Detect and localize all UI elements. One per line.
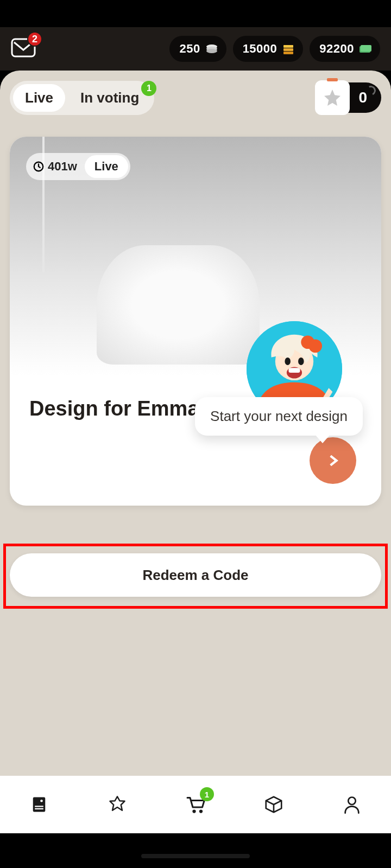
tab-voting[interactable]: In voting 1 xyxy=(68,84,151,112)
card-badges: 401w Live xyxy=(26,153,130,180)
gold-icon xyxy=(281,42,295,56)
currencies: 250 15000 92200 xyxy=(169,36,380,62)
cash-icon xyxy=(358,42,373,56)
svg-rect-4 xyxy=(283,45,293,48)
redeem-button[interactable]: Redeem a Code xyxy=(10,553,381,597)
star-outline-icon xyxy=(108,795,127,814)
box-icon xyxy=(263,794,284,815)
time-label: 401w xyxy=(48,159,77,174)
status-chip: Live xyxy=(85,155,128,178)
bottom-nav: 1 xyxy=(0,776,391,833)
svg-point-19 xyxy=(40,800,43,802)
coins-icon xyxy=(205,42,219,56)
status-bar xyxy=(0,0,391,27)
svg-rect-18 xyxy=(33,797,46,812)
nav-box[interactable] xyxy=(262,793,286,816)
star-icon xyxy=(323,88,342,107)
tabs-pill: Live In voting 1 xyxy=(10,81,154,115)
chevron-right-icon xyxy=(326,454,340,468)
tab-voting-badge: 1 xyxy=(141,81,156,96)
nav-star[interactable] xyxy=(105,793,129,816)
svg-point-14 xyxy=(285,358,291,365)
currency-gold[interactable]: 15000 xyxy=(233,36,304,62)
svg-point-23 xyxy=(199,809,203,813)
top-bar: 2 250 15000 92200 xyxy=(0,27,391,71)
svg-rect-17 xyxy=(288,368,300,373)
svg-rect-8 xyxy=(361,45,371,52)
tab-live[interactable]: Live xyxy=(13,84,65,112)
nav-cart-badge: 1 xyxy=(200,787,214,801)
tabs-row: Live In voting 1 0 xyxy=(10,80,381,115)
mail-badge: 2 xyxy=(27,31,42,47)
svg-rect-5 xyxy=(283,48,293,51)
clock-icon xyxy=(33,161,45,173)
next-design-button[interactable] xyxy=(310,437,356,484)
currency-value: 92200 xyxy=(319,42,354,56)
trophy-score[interactable]: 0 xyxy=(315,80,381,115)
mail-button[interactable]: 2 xyxy=(11,38,36,60)
svg-point-3 xyxy=(206,49,217,53)
receipt-icon xyxy=(29,795,49,814)
tab-voting-label: In voting xyxy=(80,90,139,106)
currency-value: 15000 xyxy=(243,42,278,56)
design-card[interactable]: 401w Live Design for Emma Start your nex… xyxy=(10,137,381,506)
tooltip: Start your next design xyxy=(195,397,363,436)
svg-point-22 xyxy=(192,809,195,813)
svg-point-24 xyxy=(348,797,356,805)
currency-coins[interactable]: 250 xyxy=(169,36,226,62)
nav-home[interactable] xyxy=(27,793,51,816)
time-chip: 401w xyxy=(28,156,85,177)
currency-value: 250 xyxy=(179,42,200,56)
nav-cart[interactable]: 1 xyxy=(184,793,207,816)
nav-profile[interactable] xyxy=(340,793,364,816)
svg-point-13 xyxy=(308,339,322,353)
svg-rect-21 xyxy=(35,808,43,809)
gesture-bar xyxy=(141,854,250,858)
svg-rect-20 xyxy=(35,806,43,807)
design-title: Design for Emma xyxy=(29,397,199,420)
profile-icon xyxy=(342,795,362,814)
currency-cash[interactable]: 92200 xyxy=(310,36,380,62)
svg-rect-6 xyxy=(283,52,293,54)
svg-point-15 xyxy=(298,358,304,365)
main-panel: Live In voting 1 0 xyxy=(0,71,391,776)
trophy-box xyxy=(315,80,350,115)
